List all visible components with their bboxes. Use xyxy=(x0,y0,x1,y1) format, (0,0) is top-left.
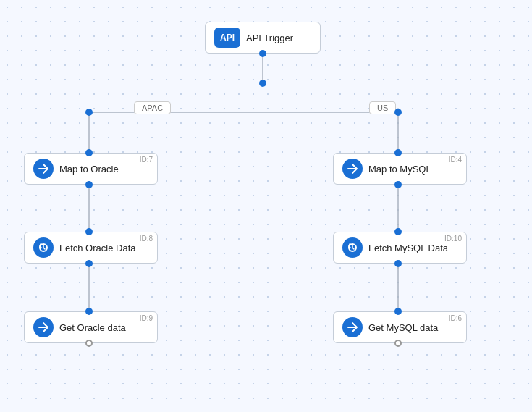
get-mysql-node[interactable]: ID:6 Get MySQL data xyxy=(333,311,467,343)
fetch-mysql-bottom-dot xyxy=(394,260,402,267)
get-oracle-bottom-dot xyxy=(85,340,93,347)
api-trigger-label: API Trigger xyxy=(246,33,293,43)
get-mysql-bottom-dot xyxy=(394,340,402,347)
get-oracle-icon xyxy=(33,317,54,337)
map-to-mysql-id: ID:4 xyxy=(449,156,462,164)
map-to-mysql-bottom-dot xyxy=(394,181,402,188)
right-branch-dot xyxy=(394,109,402,116)
get-mysql-top-dot xyxy=(394,308,402,315)
us-branch-label: US xyxy=(369,101,396,114)
map-to-oracle-top-dot xyxy=(85,149,93,156)
fetch-mysql-node[interactable]: ID:10 Fetch MySQL Data xyxy=(333,232,467,264)
map-to-oracle-node[interactable]: ID:7 Map to Oracle xyxy=(24,153,158,185)
flow-canvas: API API Trigger APAC US ID:7 Map to Orac… xyxy=(0,0,532,412)
map-to-oracle-label: Map to Oracle xyxy=(59,164,119,175)
get-oracle-label: Get Oracle data xyxy=(59,322,126,333)
fetch-mysql-label: Fetch MySQL Data xyxy=(368,243,448,253)
connections-svg xyxy=(0,0,532,412)
api-icon: API xyxy=(214,28,240,48)
fetch-oracle-top-dot xyxy=(85,228,93,235)
map-to-oracle-id: ID:7 xyxy=(140,156,153,164)
api-trigger-bottom-dot xyxy=(259,50,266,57)
fetch-oracle-node[interactable]: ID:8 Fetch Oracle Data xyxy=(24,232,158,264)
fetch-oracle-id: ID:8 xyxy=(140,235,153,243)
map-to-oracle-bottom-dot xyxy=(85,181,93,188)
fetch-mysql-icon xyxy=(342,237,363,258)
map-to-mysql-icon xyxy=(342,159,363,179)
api-trigger-node[interactable]: API API Trigger xyxy=(205,22,321,54)
fetch-oracle-icon xyxy=(33,237,54,258)
get-mysql-label: Get MySQL data xyxy=(368,322,438,333)
map-to-mysql-top-dot xyxy=(394,149,402,156)
fetch-mysql-id: ID:10 xyxy=(444,235,462,243)
get-mysql-icon xyxy=(342,317,363,337)
map-to-oracle-icon xyxy=(33,159,54,179)
map-to-mysql-label: Map to MySQL xyxy=(368,164,431,175)
map-to-mysql-node[interactable]: ID:4 Map to MySQL xyxy=(333,153,467,185)
apac-branch-label: APAC xyxy=(134,101,171,114)
left-branch-dot xyxy=(85,109,93,116)
get-oracle-node[interactable]: ID:9 Get Oracle data xyxy=(24,311,158,343)
fetch-oracle-label: Fetch Oracle Data xyxy=(59,243,136,253)
fetch-oracle-bottom-dot xyxy=(85,260,93,267)
branch-split-dot xyxy=(259,80,266,87)
get-oracle-top-dot xyxy=(85,308,93,315)
fetch-mysql-top-dot xyxy=(394,228,402,235)
get-oracle-id: ID:9 xyxy=(140,314,153,322)
get-mysql-id: ID:6 xyxy=(449,314,462,322)
